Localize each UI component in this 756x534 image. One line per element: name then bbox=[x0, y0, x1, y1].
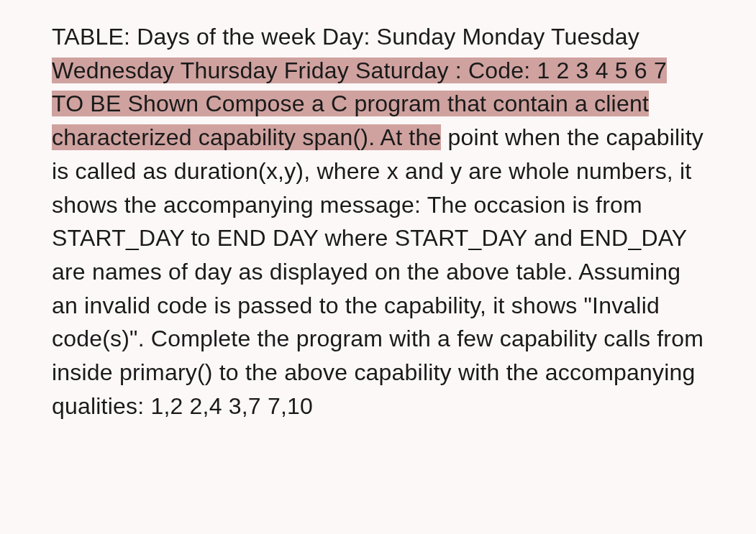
text-before-highlight: TABLE: Days of the week Day: Sunday Mond… bbox=[52, 24, 639, 50]
text-after-highlight: point when the capability is called as d… bbox=[52, 124, 703, 419]
question-text: TABLE: Days of the week Day: Sunday Mond… bbox=[52, 20, 704, 423]
